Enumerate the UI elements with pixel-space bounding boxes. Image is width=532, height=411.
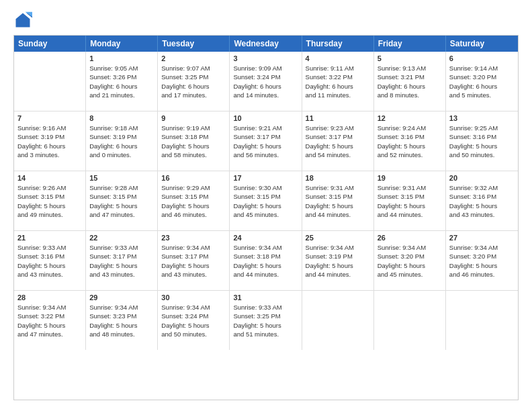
- cell-line: Sunrise: 9:13 AM: [378, 64, 442, 73]
- page: SundayMondayTuesdayWednesdayThursdayFrid…: [0, 0, 532, 411]
- cell-line: Sunrise: 9:23 AM: [306, 124, 370, 132]
- calendar-cell-w1-d2: 1Sunrise: 9:05 AMSunset: 3:26 PMDaylight…: [86, 52, 158, 111]
- calendar-cell-w4-d7: 27Sunrise: 9:34 AMSunset: 3:20 PMDayligh…: [446, 231, 518, 290]
- calendar-header-cell-friday: Friday: [374, 36, 446, 52]
- cell-line: Daylight: 5 hours: [306, 142, 370, 150]
- calendar-cell-w3-d1: 14Sunrise: 9:26 AMSunset: 3:15 PMDayligh…: [14, 171, 86, 230]
- calendar-header-cell-tuesday: Tuesday: [158, 36, 230, 52]
- day-number: 29: [89, 293, 154, 302]
- cell-line: Daylight: 6 hours: [233, 82, 298, 91]
- cell-line: Sunrise: 9:32 AM: [449, 183, 515, 192]
- day-number: 13: [449, 114, 515, 122]
- cell-line: and 45 minutes.: [233, 210, 298, 219]
- calendar-cell-w5-d3: 30Sunrise: 9:34 AMSunset: 3:24 PMDayligh…: [158, 291, 230, 350]
- day-number: 11: [306, 114, 370, 122]
- cell-line: Sunset: 3:21 PM: [378, 73, 442, 81]
- calendar-cell-w1-d4: 3Sunrise: 9:09 AMSunset: 3:24 PMDaylight…: [230, 52, 302, 111]
- cell-line: Daylight: 5 hours: [449, 142, 515, 150]
- calendar-cell-w5-d5: [302, 291, 374, 350]
- cell-line: Sunrise: 9:19 AM: [161, 124, 226, 132]
- cell-line: Daylight: 5 hours: [161, 261, 226, 270]
- cell-line: and 17 minutes.: [161, 91, 226, 99]
- cell-line: and 47 minutes.: [89, 210, 154, 219]
- calendar-week-4: 21Sunrise: 9:33 AMSunset: 3:16 PMDayligh…: [14, 231, 518, 291]
- calendar-cell-w2-d6: 12Sunrise: 9:24 AMSunset: 3:16 PMDayligh…: [374, 111, 446, 171]
- cell-line: Daylight: 5 hours: [233, 261, 298, 270]
- day-number: 25: [306, 234, 370, 242]
- cell-line: Daylight: 6 hours: [89, 82, 154, 91]
- cell-line: Sunset: 3:19 PM: [306, 252, 370, 261]
- cell-line: Sunset: 3:20 PM: [449, 252, 515, 261]
- cell-line: Sunset: 3:20 PM: [378, 252, 442, 261]
- calendar-header-cell-monday: Monday: [86, 36, 158, 52]
- cell-line: and 0 minutes.: [89, 150, 154, 159]
- cell-line: Sunrise: 9:34 AM: [233, 243, 298, 252]
- day-number: 12: [378, 114, 442, 122]
- cell-line: and 48 minutes.: [89, 330, 154, 338]
- day-number: 18: [306, 174, 370, 182]
- cell-line: Daylight: 5 hours: [378, 142, 442, 150]
- cell-line: Sunset: 3:26 PM: [89, 73, 154, 81]
- cell-line: and 44 minutes.: [306, 210, 370, 219]
- cell-line: and 50 minutes.: [161, 330, 226, 338]
- cell-line: Daylight: 5 hours: [306, 201, 370, 210]
- cell-line: Sunrise: 9:26 AM: [17, 183, 82, 192]
- day-number: 20: [449, 174, 515, 182]
- calendar-cell-w4-d4: 24Sunrise: 9:34 AMSunset: 3:18 PMDayligh…: [230, 231, 302, 290]
- day-number: 8: [89, 114, 154, 122]
- cell-line: Daylight: 5 hours: [233, 201, 298, 210]
- cell-line: Sunrise: 9:14 AM: [449, 64, 515, 73]
- logo: [13, 11, 35, 30]
- calendar-cell-w5-d2: 29Sunrise: 9:34 AMSunset: 3:23 PMDayligh…: [86, 291, 158, 350]
- day-number: 1: [89, 54, 154, 62]
- cell-line: Daylight: 6 hours: [378, 82, 442, 91]
- cell-line: Sunrise: 9:34 AM: [89, 303, 154, 312]
- cell-line: Sunset: 3:17 PM: [89, 252, 154, 261]
- calendar-week-1: 1Sunrise: 9:05 AMSunset: 3:26 PMDaylight…: [14, 52, 518, 111]
- day-number: 31: [233, 293, 298, 302]
- cell-line: Sunset: 3:16 PM: [378, 132, 442, 141]
- cell-line: Daylight: 5 hours: [89, 201, 154, 210]
- calendar-cell-w1-d6: 5Sunrise: 9:13 AMSunset: 3:21 PMDaylight…: [374, 52, 446, 111]
- cell-line: and 3 minutes.: [17, 150, 82, 159]
- cell-line: Sunrise: 9:34 AM: [161, 243, 226, 252]
- cell-line: Sunrise: 9:33 AM: [233, 303, 298, 312]
- cell-line: and 50 minutes.: [449, 150, 515, 159]
- cell-line: Sunset: 3:15 PM: [89, 192, 154, 201]
- day-number: 4: [306, 54, 370, 62]
- calendar-header-row: SundayMondayTuesdayWednesdayThursdayFrid…: [14, 36, 518, 52]
- cell-line: Daylight: 6 hours: [449, 82, 515, 91]
- cell-line: and 5 minutes.: [449, 91, 515, 99]
- cell-line: Daylight: 5 hours: [17, 201, 82, 210]
- calendar-cell-w5-d1: 28Sunrise: 9:34 AMSunset: 3:22 PMDayligh…: [14, 291, 86, 350]
- cell-line: Sunset: 3:23 PM: [89, 312, 154, 320]
- calendar-cell-w5-d4: 31Sunrise: 9:33 AMSunset: 3:25 PMDayligh…: [230, 291, 302, 350]
- calendar-cell-w2-d1: 7Sunrise: 9:16 AMSunset: 3:19 PMDaylight…: [14, 111, 86, 171]
- cell-line: and 46 minutes.: [449, 270, 515, 279]
- cell-line: Daylight: 6 hours: [17, 142, 82, 150]
- cell-line: and 46 minutes.: [161, 210, 226, 219]
- cell-line: Daylight: 5 hours: [161, 142, 226, 150]
- cell-line: and 44 minutes.: [378, 210, 442, 219]
- cell-line: Sunrise: 9:24 AM: [378, 124, 442, 132]
- cell-line: and 21 minutes.: [89, 91, 154, 99]
- cell-line: Sunset: 3:18 PM: [161, 132, 226, 141]
- cell-line: Sunrise: 9:34 AM: [161, 303, 226, 312]
- calendar-cell-w1-d5: 4Sunrise: 9:11 AMSunset: 3:22 PMDaylight…: [302, 52, 374, 111]
- day-number: 23: [161, 234, 226, 242]
- cell-line: Daylight: 5 hours: [89, 321, 154, 330]
- cell-line: and 43 minutes.: [449, 210, 515, 219]
- cell-line: Sunrise: 9:34 AM: [306, 243, 370, 252]
- cell-line: Sunset: 3:25 PM: [161, 73, 226, 81]
- cell-line: and 43 minutes.: [89, 270, 154, 279]
- cell-line: Daylight: 5 hours: [17, 321, 82, 330]
- day-number: 30: [161, 293, 226, 302]
- cell-line: Daylight: 5 hours: [306, 261, 370, 270]
- cell-line: Sunset: 3:15 PM: [306, 192, 370, 201]
- day-number: 17: [233, 174, 298, 182]
- calendar-cell-w3-d4: 17Sunrise: 9:30 AMSunset: 3:15 PMDayligh…: [230, 171, 302, 230]
- cell-line: and 14 minutes.: [233, 91, 298, 99]
- cell-line: and 56 minutes.: [233, 150, 298, 159]
- cell-line: and 51 minutes.: [233, 330, 298, 338]
- cell-line: and 54 minutes.: [306, 150, 370, 159]
